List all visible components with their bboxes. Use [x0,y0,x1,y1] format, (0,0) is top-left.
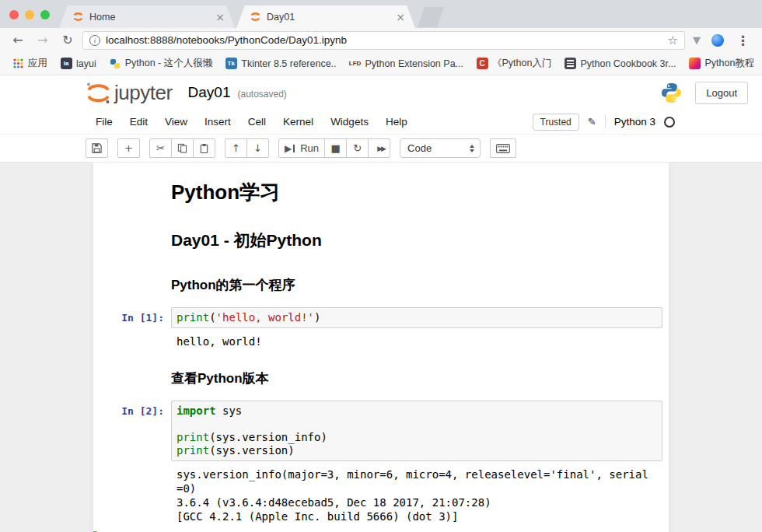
bookmark-layui[interactable]: la layui [54,55,102,72]
close-tab-icon[interactable]: × [393,11,407,23]
code-cell-1[interactable]: In [1]: print('hello, world!') [93,303,669,330]
keyboard-icon [496,144,510,153]
markdown-cell-h3-first-program[interactable]: Python的第一个程序 [93,260,669,303]
menu-insert[interactable]: Insert [196,111,239,132]
move-cell-down-button[interactable]: ↓ [246,138,269,158]
output-text: hello, world! [171,332,262,348]
address-bar[interactable]: i localhost:8888/notebooks/PythonCode/Da… [82,31,685,50]
feather-favicon [689,58,701,69]
python-logo-icon [660,82,683,104]
bookmark-tkinter[interactable]: Tk Tkinter 8.5 reference.. [219,55,341,72]
notebook-container: Python学习 Day01 - 初始Python Python的第一个程序 I… [93,163,669,532]
chrome-menu-icon[interactable]: ⋮ [732,33,754,48]
fullscreen-window-button[interactable] [40,10,50,19]
code-cell-2[interactable]: In [2]: import sys print(sys.version_inf… [93,396,669,463]
heading-python-study: Python学习 [171,179,662,206]
bookmark-cookbook[interactable]: Python Cookbook 3r... [558,55,681,72]
output-line: sys.version_info(major=3, minor=6, micro… [177,467,653,495]
markdown-cell-h1[interactable]: Python学习 [93,169,669,215]
bookmarks-bar: 应用 la layui Python - 这个人很懒 Tk Tkinter 8.… [0,52,762,75]
command-palette-button[interactable] [490,138,516,158]
code-token: 'hello, world!' [216,311,314,324]
tab-home[interactable]: Home × [59,5,235,28]
markdown-cell-h3-version[interactable]: 查看Python版本 [93,353,669,396]
output-text: sys.version_info(major=3, minor=6, micro… [171,465,653,523]
bookmark-python-tutorial[interactable]: Python教程 [683,54,760,72]
edit-mode-pencil-icon: ✎ [588,116,596,128]
jupyter-favicon [249,11,261,23]
close-window-button[interactable] [9,10,19,19]
heading-day01: Day01 - 初始Python [171,229,662,251]
jupyter-header: jupyter Day01 (autosaved) Logout [0,75,762,110]
new-tab-button[interactable] [418,7,444,27]
trusted-badge[interactable]: Trusted [533,114,579,131]
extension-globe-icon[interactable] [711,34,724,47]
bookmark-python-blog[interactable]: Python - 这个人很懒 [103,54,218,72]
output-line: 3.6.4 (v3.6.4:d48ecebad5, Dec 18 2017, 2… [177,495,653,509]
close-tab-icon[interactable]: × [213,11,227,23]
move-cell-up-button[interactable]: ↑ [225,138,247,158]
copy-icon [177,143,187,153]
copy-cell-button[interactable] [171,138,194,158]
bookmark-label: 应用 [28,57,47,70]
bookmark-label: 《Python入门 [492,57,551,70]
menu-view[interactable]: View [156,111,196,132]
bookmark-python-rumen[interactable]: C 《Python入门 [470,54,557,72]
code-editor[interactable]: print('hello, world!') [171,307,662,328]
input-prompt: In [2]: [100,401,171,461]
apps-grid-icon [12,58,24,70]
back-button[interactable]: ← [8,30,28,51]
forward-button[interactable]: → [33,30,53,51]
restart-run-all-button[interactable]: ▶▶ [368,138,390,158]
jupyter-logo-text: jupyter [114,82,173,104]
code-token: print [177,311,209,324]
interrupt-kernel-button[interactable]: ■ [324,138,347,158]
tab-day01[interactable]: Day01 × [236,5,415,28]
c-site-favicon: C [477,58,488,69]
menu-file[interactable]: File [87,111,121,132]
jupyter-logo[interactable]: jupyter [84,81,173,104]
menu-widgets[interactable]: Widgets [322,111,377,132]
menu-kernel[interactable]: Kernel [274,111,322,132]
layui-favicon: la [61,58,72,69]
code-token: sys [216,404,243,417]
output-line: [GCC 4.2.1 (Apple Inc. build 5666) (dot … [177,509,653,523]
input-prompt: In [1]: [100,307,171,328]
notebook-title[interactable]: Day01 [188,84,231,101]
bookmark-star-icon[interactable]: ☆ [668,33,678,47]
autosave-status: (autosaved) [237,86,286,100]
window-controls [9,10,50,19]
page-info-icon[interactable]: i [89,35,100,46]
extension-triangle-icon[interactable]: ▼ [690,34,704,46]
code-token: (sys.version) [209,444,295,457]
save-button[interactable] [86,138,108,158]
paste-icon [199,143,209,153]
notebook-scroll-area[interactable]: Python学习 Day01 - 初始Python Python的第一个程序 I… [0,163,762,532]
bookmark-apps[interactable]: 应用 [6,54,53,72]
menu-help[interactable]: Help [377,111,416,132]
tab-strip: Home × Day01 × [0,0,762,28]
cut-cell-button[interactable]: ✂ [149,138,172,158]
bookmark-lfd[interactable]: LFD Python Extension Pa... [344,55,469,72]
code-editor[interactable]: import sys print(sys.version_info) print… [171,401,662,461]
add-cell-button[interactable]: + [117,138,140,158]
bookmark-label: Python Extension Pa... [365,58,463,69]
python-favicon [109,58,121,70]
logout-button[interactable]: Logout [695,82,748,104]
restart-kernel-button[interactable]: ↻ [346,138,369,158]
output-prompt [100,465,171,523]
menu-cell[interactable]: Cell [239,111,274,132]
run-cell-button[interactable]: ▶ Run [278,138,325,158]
code-token: print [177,431,209,443]
code-token: import [177,404,216,417]
dropdown-stepper-icon [468,143,476,154]
url-text[interactable]: localhost:8888/notebooks/PythonCode/Day0… [106,34,662,46]
paste-cell-button[interactable] [193,138,215,158]
menu-edit[interactable]: Edit [121,111,156,132]
reload-button[interactable]: ↻ [58,30,78,51]
cell-type-dropdown[interactable]: Code [400,138,481,158]
minimize-window-button[interactable] [25,10,34,19]
jupyter-favicon [72,11,84,23]
heading-first-program: Python的第一个程序 [171,276,662,294]
markdown-cell-h2[interactable]: Day01 - 初始Python [93,215,669,260]
